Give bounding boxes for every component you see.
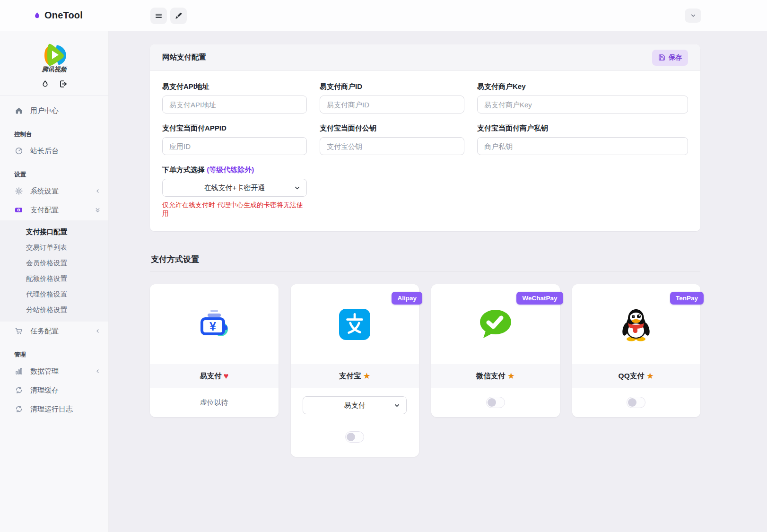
field-yipay-merchant-id: 易支付商户ID [320,82,464,113]
field-label: 支付宝当面付公钥 [320,124,464,133]
chevron-down-icon [294,184,301,192]
brand-name: OneTool [44,10,83,21]
sidebar-subitem-agent-price[interactable]: 代理价格设置 [0,287,108,302]
alipay-private-key-input[interactable] [477,137,688,155]
sidebar-item-label: 用户中心 [30,106,59,115]
yipay-merchant-id-input[interactable] [320,96,464,113]
sidebar-item-label: 数据管理 [30,367,59,376]
alipay-badge: Alipay [392,292,422,305]
payment-card-yipay: ¥ 易支付 ♥ 虚位以待 [150,284,279,417]
wechatpay-badge: WeChatPay [516,292,563,305]
sidebar-item-label: 清理运行日志 [30,405,73,414]
sidebar-toggle-button[interactable] [150,8,167,24]
sidebar-nav: 用户中心 控制台 站长后台 设置 系统设置 [0,96,108,419]
alipay-toggle[interactable] [345,431,364,443]
field-label: 易支付商户Key [477,82,688,91]
alipay-icon [339,309,370,340]
brand-logo: OneTool [33,10,83,21]
sidebar-item-clear-cache[interactable]: 清理缓存 [0,381,108,400]
order-method-select[interactable]: 在线支付+卡密开通 [162,179,307,197]
svg-text:¥: ¥ [209,320,216,333]
payment-card-name: QQ支付 [619,371,645,381]
sidebar-section-settings: 设置 [14,171,108,179]
alipay-channel-selected: 易支付 [344,401,366,410]
star-icon: ★ [646,371,654,381]
sidebar-subitem-order-list[interactable]: 交易订单列表 [0,240,108,255]
logout-icon[interactable] [59,79,68,88]
sidebar-item-clear-logs[interactable]: 清理运行日志 [0,400,108,419]
bar-chart-icon [14,367,23,376]
order-method-selected: 在线支付+卡密开通 [204,183,265,192]
sidebar-item-data-manage[interactable]: 数据管理 [0,362,108,381]
alipay-appid-input[interactable] [162,137,307,155]
payment-card-note: 虚位以待 [200,398,228,407]
sidebar-item-task-config[interactable]: 任务配置 [0,322,108,340]
sidebar-section-manage: 管理 [14,351,108,359]
banknote-icon: ¥ [14,206,23,215]
sidebar-subitem-member-price[interactable]: 会员价格设置 [0,255,108,271]
save-button-label: 保存 [669,53,682,62]
chevron-left-icon [95,368,101,374]
field-label: 易支付API地址 [162,82,307,91]
payment-config-submenu: 支付接口配置 交易订单列表 会员价格设置 配额价格设置 代理价格设置 分站价格设… [0,220,108,322]
qq-toggle[interactable] [627,397,645,408]
order-method-warning: 仅允许在线支付时 代理中心生成的卡密将无法使用 [162,201,307,218]
svg-text:¥: ¥ [18,209,19,211]
star-icon: ★ [363,371,370,381]
droplet-icon[interactable] [41,79,49,88]
sidebar-subitem-substation-price[interactable]: 分站价格设置 [0,302,108,318]
hamburger-icon [155,12,163,20]
sidebar-subitem-payment-interface[interactable]: 支付接口配置 [0,224,108,240]
save-floppy-icon [658,54,665,61]
payment-card-name: 支付宝 [339,371,361,381]
alipay-public-key-input[interactable] [320,137,464,155]
sidebar-item-payment-config[interactable]: ¥ 支付配置 [0,201,108,219]
gauge-icon [14,147,23,156]
sidebar-item-webmaster[interactable]: 站长后台 [0,141,108,160]
chevron-left-icon [95,328,101,334]
sidebar-item-label: 站长后台 [30,147,59,156]
yipay-api-input[interactable] [162,96,307,113]
field-alipay-appid: 支付宝当面付APPID [162,124,307,155]
yipay-merchant-key-input[interactable] [477,96,688,113]
droplet-logo-icon [33,10,41,21]
site-logo-block: 腾讯视频 [0,31,108,96]
card-title: 网站支付配置 [162,52,206,62]
sidebar-subitem-quota-price[interactable]: 配额价格设置 [0,271,108,287]
payment-card-name: 易支付 [200,371,222,381]
alipay-channel-select[interactable]: 易支付 [303,396,407,414]
wechat-toggle[interactable] [486,397,505,408]
payment-card-wechat: WeChatPay 微信支付 ★ [431,284,560,417]
payment-method-cards: ¥ 易支付 ♥ 虚位以待 Alipay [150,284,700,457]
chevron-down-icon [690,12,697,19]
payment-card-qq: TenPay [572,284,701,417]
order-method-note: (等级代练除外) [207,166,254,174]
refresh-icon [14,405,23,414]
field-alipay-private-key: 支付宝当面付商户私钥 [477,124,688,155]
field-label: 支付宝当面付商户私钥 [477,124,688,133]
tenpay-badge: TenPay [670,292,704,305]
field-order-method: 下单方式选择 (等级代练除外) 在线支付+卡密开通 仅允许在线支付时 代理中心生… [162,166,307,218]
sidebar-item-system-settings[interactable]: 系统设置 [0,182,108,201]
order-method-label: 下单方式选择 [162,166,205,174]
refresh-icon [14,386,23,395]
sidebar-item-user-center[interactable]: 用户中心 [0,101,108,120]
field-label: 易支付商户ID [320,82,464,91]
user-menu-button[interactable] [685,9,701,23]
chevron-left-icon [95,188,101,194]
sidebar-item-label: 系统设置 [30,187,59,196]
field-alipay-public-key: 支付宝当面付公钥 [320,124,464,155]
site-logo-caption: 腾讯视频 [0,65,108,74]
divider [150,271,700,272]
field-yipay-merchant-key: 易支付商户Key [477,82,688,113]
chevron-down-icon [393,402,401,409]
field-yipay-api: 易支付API地址 [162,82,307,113]
wechat-pay-icon [479,309,512,340]
save-button[interactable]: 保存 [652,50,688,66]
payment-methods-title: 支付方式设置 [151,254,699,265]
payment-card-name: 微信支付 [476,371,506,381]
field-label: 支付宝当面付APPID [162,124,307,133]
theme-button[interactable] [170,8,187,24]
main-area: 网站支付配置 保存 易支付API地址 易支付商户ID [109,31,767,532]
sidebar-item-label: 支付配置 [30,206,59,215]
